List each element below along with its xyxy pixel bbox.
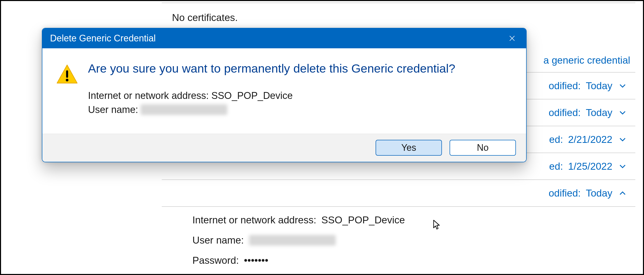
detail-username-redacted: [249, 235, 336, 246]
warning-icon: [56, 64, 78, 85]
no-button[interactable]: No: [450, 140, 516, 156]
modified-label: ed:: [549, 161, 563, 172]
modified-value: 1/25/2022: [568, 161, 612, 172]
dialog-address-label: Internet or network address:: [88, 90, 209, 101]
dialog-headline: Are you sure you want to permanently del…: [88, 61, 511, 76]
dialog-username-redacted: [141, 104, 227, 115]
modified-label: ed:: [549, 134, 563, 145]
credential-row[interactable]: odified: Today: [162, 179, 635, 206]
close-button[interactable]: [506, 32, 518, 45]
yes-button[interactable]: Yes: [376, 140, 442, 156]
background-content: No certificates. a generic credential: [162, 1, 635, 26]
chevron-up-icon: [617, 188, 628, 198]
dialog-text: Are you sure you want to permanently del…: [88, 61, 511, 118]
modified-value: 2/21/2022: [568, 134, 612, 145]
modified-label: odified:: [549, 188, 581, 199]
close-icon: [508, 34, 516, 42]
modified-value: Today: [586, 80, 612, 91]
dialog-title: Delete Generic Credential: [50, 33, 156, 44]
detail-password-value: •••••••: [244, 255, 268, 266]
delete-credential-dialog: Delete Generic Credential Are you sure y…: [42, 28, 527, 162]
svg-rect-3: [66, 70, 68, 78]
chevron-down-icon: [617, 161, 628, 171]
dialog-titlebar: Delete Generic Credential: [42, 28, 526, 48]
svg-point-4: [66, 79, 69, 82]
no-certificates-text: No certificates.: [172, 12, 635, 23]
chevron-down-icon: [617, 108, 628, 118]
chevron-down-icon: [617, 81, 628, 91]
divider: [162, 3, 635, 3]
modified-value: Today: [586, 107, 612, 118]
credential-detail: Internet or network address: SSO_POP_Dev…: [162, 206, 635, 266]
modified-label: odified:: [549, 80, 581, 91]
dialog-username-label: User name:: [88, 104, 138, 115]
dialog-body: Are you sure you want to permanently del…: [42, 48, 526, 134]
detail-username-label: User name:: [192, 235, 244, 246]
dialog-footer: Yes No: [42, 134, 526, 162]
detail-address-value: SSO_POP_Device: [321, 214, 405, 226]
modified-label: odified:: [549, 107, 581, 118]
detail-password-label: Password:: [192, 255, 239, 266]
modified-value: Today: [586, 188, 612, 199]
dialog-address-value: SSO_POP_Device: [211, 90, 293, 101]
add-generic-credential-link[interactable]: a generic credential: [543, 55, 630, 66]
window-frame: No certificates. a generic credential od…: [0, 0, 644, 275]
detail-address-label: Internet or network address:: [192, 214, 316, 226]
chevron-down-icon: [617, 134, 628, 145]
